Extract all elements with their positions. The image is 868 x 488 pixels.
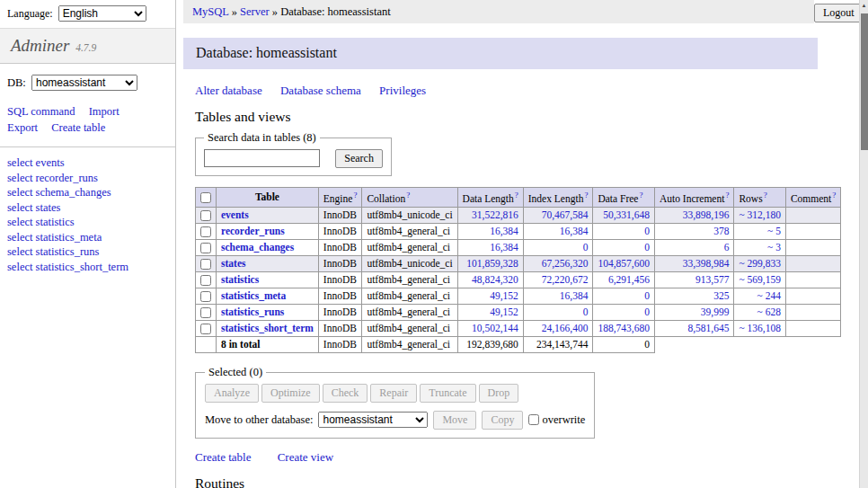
database-schema-link[interactable]: Database schema <box>280 84 361 97</box>
copy-button[interactable]: Copy <box>482 411 523 430</box>
data-free-link[interactable]: 0 <box>644 306 650 317</box>
sidebar-table-link[interactable]: select statistics <box>7 215 168 230</box>
table-name-link[interactable]: statistics <box>221 274 259 285</box>
data-free-link[interactable]: 104,857,600 <box>598 258 650 269</box>
row-checkbox[interactable] <box>200 243 211 253</box>
data-free-link[interactable]: 6,291,456 <box>608 274 650 285</box>
index-length-link[interactable]: 0 <box>583 306 589 317</box>
sql-command-link[interactable]: SQL command <box>7 105 75 118</box>
column-help-link[interactable]: ? <box>515 191 518 200</box>
scrollbar-thumb[interactable] <box>861 13 868 150</box>
truncate-button[interactable]: Truncate <box>420 384 475 403</box>
row-checkbox[interactable] <box>200 226 211 237</box>
row-checkbox[interactable] <box>200 210 211 221</box>
auto-increment-link[interactable]: 378 <box>713 226 729 236</box>
column-help-link[interactable]: ? <box>725 191 729 200</box>
move-button[interactable]: Move <box>433 411 476 430</box>
index-length-link[interactable]: 0 <box>583 242 589 253</box>
privileges-link[interactable]: Privileges <box>379 84 426 97</box>
create-view-link[interactable]: Create view <box>278 450 333 464</box>
table-name-link[interactable]: recorder_runs <box>221 226 285 236</box>
check-button[interactable]: Check <box>323 384 368 403</box>
data-length-link[interactable]: 10,502,144 <box>472 323 518 333</box>
data-length-link[interactable]: 49,152 <box>490 306 518 317</box>
auto-increment-link[interactable]: 6 <box>724 242 730 253</box>
auto-increment-link[interactable]: 325 <box>713 290 729 301</box>
rows-link[interactable]: ~ 299,833 <box>739 258 780 269</box>
table-name-link[interactable]: schema_changes <box>221 242 294 253</box>
index-length-link[interactable]: 70,467,584 <box>542 209 589 220</box>
table-name-link[interactable]: statistics_runs <box>221 306 284 317</box>
data-free-link[interactable]: 50,331,648 <box>603 209 650 220</box>
sidebar-table-link[interactable]: select events <box>7 155 168 171</box>
data-length-link[interactable]: 16,384 <box>490 226 518 236</box>
create-table-link[interactable]: Create table <box>195 450 251 464</box>
logout-button[interactable]: Logout <box>814 4 864 22</box>
row-checkbox[interactable] <box>200 291 211 302</box>
data-length-link[interactable]: 16,384 <box>490 242 518 253</box>
rows-link[interactable]: ~ 628 <box>757 306 781 317</box>
column-help-link[interactable]: ? <box>406 191 410 200</box>
import-link[interactable]: Import <box>89 105 120 118</box>
sidebar-table-link[interactable]: select statistics_runs <box>7 244 168 260</box>
table-name-link[interactable]: events <box>221 209 249 220</box>
row-checkbox[interactable] <box>200 259 211 270</box>
index-length-link[interactable]: 24,166,400 <box>542 323 589 333</box>
drop-button[interactable]: Drop <box>479 384 519 403</box>
alter-database-link[interactable]: Alter database <box>195 84 262 97</box>
data-length-link[interactable]: 31,522,816 <box>472 209 518 220</box>
auto-increment-link[interactable]: 8,581,645 <box>687 323 729 333</box>
auto-increment-link[interactable]: 39,999 <box>701 306 730 317</box>
rows-link[interactable]: ~ 3 <box>767 242 781 253</box>
index-length-link[interactable]: 16,384 <box>560 226 589 236</box>
table-name-link[interactable]: statistics_meta <box>221 290 286 301</box>
rows-link[interactable]: ~ 244 <box>757 290 781 301</box>
select-all-checkbox[interactable] <box>200 192 211 203</box>
overwrite-checkbox[interactable] <box>528 414 539 425</box>
sidebar-table-link[interactable]: select statistics_meta <box>7 230 168 245</box>
auto-increment-link[interactable]: 33,898,196 <box>683 209 730 220</box>
create-table-link-sidebar[interactable]: Create table <box>51 121 105 134</box>
data-free-link[interactable]: 0 <box>644 226 650 236</box>
column-help-link[interactable]: ? <box>584 191 588 200</box>
search-button[interactable]: Search <box>335 149 383 168</box>
repair-button[interactable]: Repair <box>370 384 417 403</box>
data-length-link[interactable]: 48,824,320 <box>472 274 518 285</box>
column-help-link[interactable]: ? <box>832 191 836 200</box>
auto-increment-link[interactable]: 33,398,984 <box>683 258 730 269</box>
row-checkbox[interactable] <box>200 307 211 318</box>
search-input[interactable] <box>204 149 320 167</box>
data-length-link[interactable]: 101,859,328 <box>466 258 518 269</box>
rows-link[interactable]: ~ 312,180 <box>739 209 780 220</box>
column-help-link[interactable]: ? <box>639 191 642 200</box>
table-name-link[interactable]: states <box>221 258 245 269</box>
sidebar-table-link[interactable]: select schema_changes <box>7 185 168 200</box>
breadcrumb-item[interactable]: MySQL <box>192 5 229 18</box>
sidebar-table-link[interactable]: select recorder_runs <box>7 171 168 186</box>
optimize-button[interactable]: Optimize <box>261 384 320 403</box>
db-select[interactable]: homeassistant <box>31 75 137 91</box>
rows-link[interactable]: ~ 5 <box>767 226 781 236</box>
data-length-link[interactable]: 49,152 <box>490 290 518 301</box>
index-length-link[interactable]: 67,256,320 <box>542 258 589 269</box>
row-checkbox[interactable] <box>200 324 211 334</box>
auto-increment-link[interactable]: 913,577 <box>695 274 729 285</box>
data-free-link[interactable]: 0 <box>644 242 650 253</box>
export-link[interactable]: Export <box>7 121 38 134</box>
sidebar-table-link[interactable]: select states <box>7 200 168 216</box>
index-length-link[interactable]: 72,220,672 <box>542 274 589 285</box>
data-free-link[interactable]: 0 <box>644 290 650 301</box>
move-db-select[interactable]: homeassistant <box>318 412 428 428</box>
rows-link[interactable]: ~ 136,108 <box>739 323 780 333</box>
rows-link[interactable]: ~ 569,159 <box>739 274 780 285</box>
sidebar-table-link[interactable]: select statistics_short_term <box>7 260 168 275</box>
table-name-link[interactable]: statistics_short_term <box>221 323 314 333</box>
row-checkbox[interactable] <box>200 275 211 286</box>
language-select[interactable]: English <box>58 5 146 22</box>
column-help-link[interactable]: ? <box>764 191 767 200</box>
breadcrumb-item[interactable]: Server <box>240 5 270 18</box>
index-length-link[interactable]: 16,384 <box>560 290 589 301</box>
scrollbar[interactable]: ▲ <box>859 0 868 488</box>
analyze-button[interactable]: Analyze <box>205 384 259 403</box>
data-free-link[interactable]: 188,743,680 <box>598 323 650 333</box>
